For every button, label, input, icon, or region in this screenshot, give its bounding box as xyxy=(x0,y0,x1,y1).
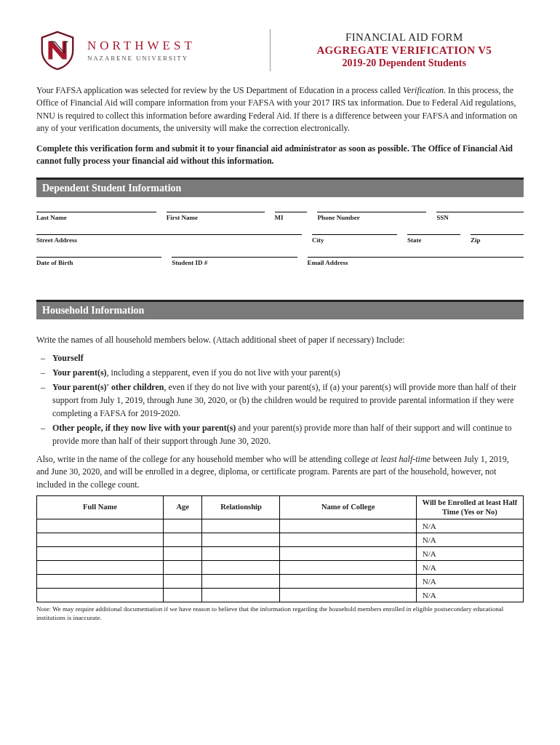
field-mi[interactable]: MI xyxy=(275,212,308,221)
field-first-name[interactable]: First Name xyxy=(167,212,265,221)
col-relationship: Relationship xyxy=(202,495,280,519)
table-row[interactable]: N/A xyxy=(37,589,524,602)
form-title-line2: AGGREGATE VERIFICATION V5 xyxy=(285,44,524,57)
university-name: NORTHWEST NAZARENE UNIVERSITY xyxy=(87,39,196,62)
field-dob[interactable]: Date of Birth xyxy=(36,257,161,266)
household-table: Full Name Age Relationship Name of Colle… xyxy=(36,495,524,602)
table-row[interactable]: N/A xyxy=(37,547,524,561)
page-header: NORTHWEST NAZARENE UNIVERSITY FINANCIAL … xyxy=(36,29,524,71)
field-student-id[interactable]: Student ID # xyxy=(172,257,297,266)
field-row-3: Date of Birth Student ID # Email Address xyxy=(36,257,524,266)
household-note: Note: We may require additional document… xyxy=(36,605,524,622)
field-email[interactable]: Email Address xyxy=(308,257,524,266)
col-college: Name of College xyxy=(280,495,416,519)
table-row[interactable]: N/A xyxy=(37,561,524,575)
table-header-row: Full Name Age Relationship Name of Colle… xyxy=(37,495,524,519)
form-title-line3: 2019-20 Dependent Students xyxy=(285,57,524,69)
form-title-line1: FINANCIAL AID FORM xyxy=(285,31,524,44)
col-enrolled: Will be Enrolled at least Half Time (Yes… xyxy=(416,495,523,519)
university-name-main: NORTHWEST xyxy=(87,39,196,53)
logo-block: NORTHWEST NAZARENE UNIVERSITY xyxy=(36,29,271,71)
field-row-2: Street Address City State Zip xyxy=(36,234,524,244)
table-row[interactable]: N/A xyxy=(37,519,524,533)
table-row[interactable]: N/A xyxy=(37,533,524,547)
intro-paragraph-1: Your FAFSA application was selected for … xyxy=(36,84,524,135)
section-bar-student-info: Dependent Student Information xyxy=(36,178,524,197)
student-info-fields: Last Name First Name MI Phone Number SSN… xyxy=(36,212,524,266)
household-also-paragraph: Also, write in the name of the college f… xyxy=(36,453,524,491)
field-last-name[interactable]: Last Name xyxy=(36,212,156,221)
field-street[interactable]: Street Address xyxy=(36,234,302,244)
col-full-name: Full Name xyxy=(37,495,164,519)
table-row[interactable]: N/A xyxy=(37,575,524,589)
university-logo-icon xyxy=(36,29,79,71)
list-item: Your parent(s)' other children, even if … xyxy=(36,381,524,420)
field-ssn[interactable]: SSN xyxy=(436,212,524,221)
household-intro: Write the names of all household members… xyxy=(36,334,524,346)
household-include-list: Yourself Your parent(s), including a ste… xyxy=(36,351,524,447)
intro-text: Your FAFSA application was selected for … xyxy=(36,85,403,95)
list-item: Your parent(s), including a stepparent, … xyxy=(36,366,524,379)
list-item: Other people, if they now live with your… xyxy=(36,421,524,447)
university-name-sub: NAZARENE UNIVERSITY xyxy=(87,55,196,62)
field-city[interactable]: City xyxy=(312,234,397,244)
intro-verification-word: Verification xyxy=(403,85,444,95)
form-title-block: FINANCIAL AID FORM AGGREGATE VERIFICATIO… xyxy=(271,31,524,69)
list-item: Yourself xyxy=(36,351,524,364)
section-bar-household: Household Information xyxy=(36,300,524,319)
intro-paragraph-2: Complete this verification form and subm… xyxy=(36,143,524,168)
col-age: Age xyxy=(163,495,202,519)
field-row-1: Last Name First Name MI Phone Number SSN xyxy=(36,212,524,221)
field-state[interactable]: State xyxy=(407,234,460,244)
field-phone[interactable]: Phone Number xyxy=(317,212,426,221)
field-zip[interactable]: Zip xyxy=(471,234,524,244)
